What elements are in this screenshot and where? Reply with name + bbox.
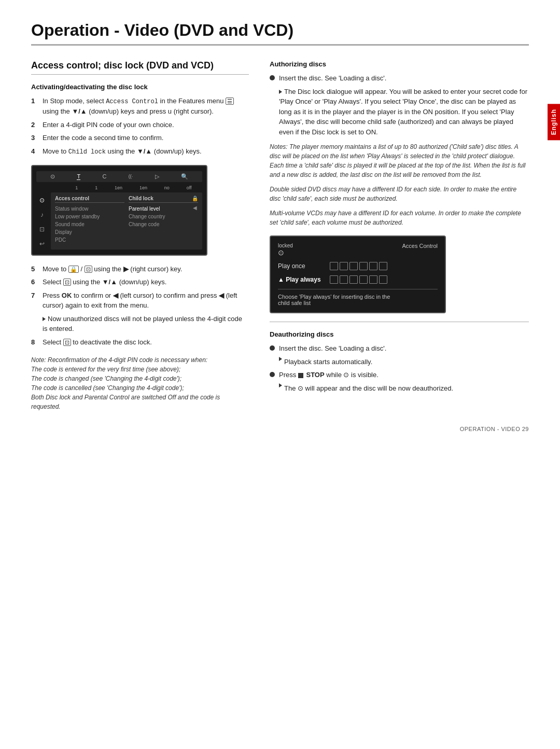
dvd-menu-topbar: ⊙ T C ((· ▷ 🔍 — [36, 171, 202, 182]
step-4: 4 Move to Child lock using the ▼/▲ (down… — [31, 146, 249, 157]
section-divider — [270, 322, 529, 322]
deauth-sub-1: Playback starts automatically. — [279, 357, 529, 367]
play-always-row: ▲ Play always — [278, 275, 438, 284]
step-7: 7 Press OK to confirm or ◀ (left cursor)… — [31, 290, 249, 311]
deauth-bullet-2: Press STOP while ⊙ is visible. — [270, 370, 529, 380]
deauth-sub-2: The ⊙ will appear and the disc will be n… — [279, 383, 529, 394]
ac-caption: Choose 'Play always' for inserting disc … — [278, 289, 438, 306]
step-5: 5 Move to 🔒 / ⊡ using the ▶ (right curso… — [31, 264, 249, 274]
left-column: Access control; disc lock (DVD and VCD) … — [31, 60, 249, 417]
step-1: 1 In Stop mode, select Access Control in… — [31, 96, 249, 117]
auth-bullet-1: Insert the disc. See 'Loading a disc'. — [270, 73, 529, 84]
deauth-bullet-1: Insert the disc. See 'Loading a disc'. — [270, 343, 529, 354]
note-section: Note: Reconfirmation of the 4-digit PIN … — [31, 355, 249, 411]
stop-icon — [298, 373, 303, 378]
deauth-bullet-list: Insert the disc. See 'Loading a disc'. P… — [270, 343, 529, 393]
right-column: Authorizing discs Insert the disc. See '… — [270, 60, 529, 417]
auth-note-2: Double sided DVD discs may have a differ… — [270, 185, 529, 203]
step-2: 2 Enter a 4-digit PIN code of your own c… — [31, 120, 249, 130]
steps-list-2: 5 Move to 🔒 / ⊡ using the ▶ (right curso… — [31, 264, 249, 348]
steps-list-1: 1 In Stop mode, select Access Control in… — [31, 96, 249, 157]
left-section-heading: Access control; disc lock (DVD and VCD) — [31, 60, 249, 75]
auth-bullet-list: Insert the disc. See 'Loading a disc'. T… — [270, 73, 529, 137]
deauth-heading: Deauthorizing discs — [270, 330, 529, 338]
auth-note-3: Multi-volume VCDs may have a different I… — [270, 209, 529, 227]
step-6: 6 Select ⊡ using the ▼/▲ (down/up) keys. — [31, 277, 249, 287]
step-3: 3 Enter the code a second time to confir… — [31, 133, 249, 143]
subsection-heading: Activating/deactivating the disc lock — [31, 83, 249, 91]
play-once-row: Play once — [278, 262, 438, 270]
auth-note-1: Notes: The player memory maintains a lis… — [270, 142, 529, 179]
auth-bullet-2: The Disc lock dialogue will appear. You … — [270, 87, 529, 137]
step-7b: Now unauthorized discs will not be playe… — [31, 314, 249, 334]
main-title: Operation - Video (DVD and VCD) — [31, 21, 529, 46]
page-footer: OPERATION - VIDEO 29 — [460, 426, 529, 432]
step-8: 8 Select ⊡ to deactivate the disc lock. — [31, 337, 249, 348]
access-control-screenshot: locked ⊙ Acces Control Play once — [270, 235, 446, 313]
dvd-menu-screenshot: ⊙ T C ((· ▷ 🔍 1 1 1en 1en no off — [31, 165, 207, 256]
auth-heading: Authorizing discs — [270, 60, 529, 68]
